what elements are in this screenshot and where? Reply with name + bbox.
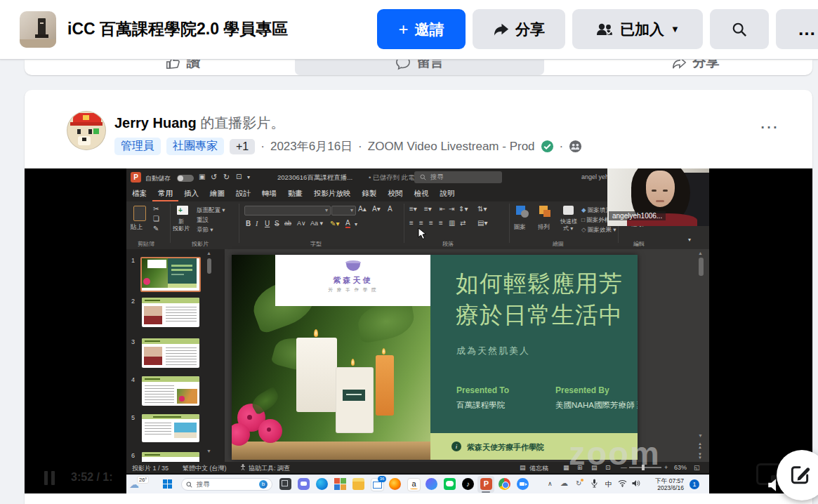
arrange-label[interactable]: 排列 (538, 223, 550, 232)
author-avatar[interactable] (67, 111, 106, 150)
badge-more[interactable]: +1 (230, 139, 255, 154)
current-slide[interactable]: 紫森天使 芳 療 手 作 學 院 如何輕鬆應用芳療於日常生活中 成為天然肌美人 … (232, 255, 638, 460)
tab-home[interactable]: 常用 (152, 187, 178, 201)
notes-toggle[interactable]: 備忘稿 (529, 464, 548, 473)
tab-draw[interactable]: 繪圖 (204, 187, 230, 201)
font-color-chevron[interactable]: ▾ (355, 221, 357, 227)
undo-icon[interactable]: ↺ (211, 173, 217, 182)
paste-icon[interactable] (133, 206, 146, 221)
post-options-button[interactable]: … (759, 111, 780, 133)
account-user-name[interactable]: angel yeh (581, 173, 609, 180)
invite-button[interactable]: + 邀請 (377, 9, 466, 49)
shape-effects-button[interactable]: ◇ 圖案效果 ▾ (581, 226, 616, 234)
quick-styles-label-2[interactable]: 式 ▾ (563, 225, 573, 232)
video-player[interactable]: P 自動儲存 ▣ ↺ ↻ ⊡ ▾ 20230616百萬課程直播... • 已儲存… (25, 168, 812, 493)
next-slide-button[interactable]: ▼▼ (698, 453, 702, 460)
vertical-scrollbar[interactable] (699, 258, 704, 276)
language-status[interactable]: 繁體中文 (台灣) (183, 464, 227, 473)
accessibility-status[interactable]: 協助工具: 調查 (249, 464, 290, 473)
taskbar-app-tiktok[interactable]: ♪ (462, 478, 474, 490)
tab-insert[interactable]: 插入 (178, 187, 204, 201)
tab-file[interactable]: 檔案 (126, 187, 152, 201)
notes-icon[interactable]: ▤ (520, 464, 526, 471)
save-icon[interactable]: ▣ (199, 173, 205, 180)
shapes-icon[interactable] (516, 206, 525, 215)
reset-button[interactable]: 重設 (197, 216, 209, 225)
paste-label[interactable]: 貼上 (131, 223, 143, 232)
autosave-toggle[interactable] (177, 175, 194, 182)
tray-expand-icon[interactable]: ∧ (548, 480, 553, 487)
search-button[interactable] (710, 9, 769, 49)
grow-font-icon[interactable]: A▴ (358, 205, 367, 213)
strikethrough-button[interactable]: S (275, 220, 279, 227)
tab-animations[interactable]: 動畫 (282, 187, 308, 201)
scroll-down-arrow[interactable]: ▼ (698, 433, 703, 438)
clear-format-icon[interactable]: A (388, 205, 392, 213)
tab-design[interactable]: 設計 (230, 187, 256, 201)
format-painter-icon[interactable]: ✎ (153, 225, 159, 232)
taskbar-app-amazon[interactable]: a (407, 478, 421, 491)
align-right-icon[interactable]: ≡ (429, 219, 433, 227)
slide-thumbnail-6[interactable] (142, 452, 199, 462)
convert-smartart-icon[interactable]: ▤▾ (477, 219, 487, 227)
change-case-icon[interactable]: Aa ▾ (310, 220, 323, 227)
author-name[interactable]: Jerry Huang (114, 115, 197, 131)
prev-share-button[interactable]: 分享 (646, 60, 744, 75)
qat-chevron-icon[interactable]: ▾ (247, 174, 250, 180)
share-button[interactable]: 分享 (473, 9, 565, 49)
more-button[interactable]: … (776, 9, 818, 49)
ppt-search-box[interactable]: 搜尋 (414, 171, 502, 183)
onedrive-cloud-icon[interactable]: ☁ (560, 479, 568, 488)
taskbar-app-zoom[interactable] (517, 478, 529, 490)
tab-record[interactable]: 錄製 (357, 187, 383, 201)
bold-button[interactable]: B (246, 220, 251, 227)
layout-button[interactable]: 版面配置 ▾ (197, 206, 225, 215)
redo-icon[interactable]: ↻ (223, 173, 230, 182)
highlight-color-icon[interactable]: ✎▾ (330, 220, 339, 227)
tab-help[interactable]: 說明 (435, 187, 461, 201)
character-spacing-icon[interactable]: A∨ (297, 220, 306, 227)
zoom-perc[interactable]: 63% (674, 464, 687, 471)
numbering-icon[interactable]: ≡▾ (424, 205, 432, 213)
decrease-indent-icon[interactable]: ⇤ (440, 205, 445, 213)
previous-slide-button[interactable]: ▲▲ (698, 442, 702, 449)
post-date[interactable]: 2023年6月16日 (270, 138, 352, 154)
font-size-dropdown[interactable]: ▾ (331, 206, 356, 215)
pause-button[interactable] (44, 471, 48, 485)
fit-slide-icon[interactable]: ◱ (694, 464, 700, 471)
slide-thumbnail-5[interactable] (142, 414, 199, 442)
group-avatar[interactable] (20, 11, 56, 48)
prev-like-button[interactable]: 讚 (133, 60, 232, 75)
taskbar-app-powerpoint-active[interactable]: P (477, 476, 494, 493)
bullets-icon[interactable]: ≡▾ (409, 205, 417, 213)
taskbar-app-dark[interactable] (279, 478, 291, 490)
tab-transitions[interactable]: 轉場 (256, 187, 282, 201)
wifi-icon[interactable] (618, 479, 627, 487)
taskbar-app-firefox[interactable] (389, 478, 401, 490)
taskbar-search-box[interactable]: 搜尋 b (181, 478, 272, 491)
taskbar-app-mail[interactable]: 36 (371, 478, 384, 491)
taskbar-app-store[interactable] (334, 478, 346, 490)
text-direction-icon[interactable]: ⇄ (460, 219, 466, 227)
new-slide-icon[interactable]: + (177, 206, 188, 215)
slide-thumbnail-4[interactable] (142, 376, 199, 406)
shrink-font-icon[interactable]: A▾ (372, 205, 381, 213)
tab-review[interactable]: 校閱 (383, 187, 409, 201)
shapes-label[interactable]: 圖案 (514, 223, 526, 232)
windows-start-button[interactable] (163, 479, 173, 489)
zoom-in-button[interactable]: + (664, 464, 668, 471)
pause-button-bar[interactable] (51, 471, 55, 485)
bing-icon[interactable]: b (259, 480, 268, 489)
slide-thumbnail-1-selected[interactable] (140, 257, 201, 292)
present-display-icon[interactable]: ⊡ (236, 173, 242, 180)
underline-button[interactable]: U (265, 220, 270, 227)
section-button[interactable]: 章節 ▾ (197, 226, 213, 234)
cut-icon[interactable]: ✂ (153, 205, 159, 213)
taskbar-app-edge[interactable] (316, 478, 328, 490)
speaker-icon[interactable] (632, 479, 640, 487)
new-slide-label-2[interactable]: 投影片 (173, 225, 190, 232)
line-spacing-icon[interactable]: ⇕▾ (459, 205, 468, 213)
tray-clock[interactable]: 下午 07:57 2023/6/16 (643, 477, 684, 491)
taskbar-app-line[interactable] (444, 478, 456, 490)
tab-slideshow[interactable]: 投影片放映 (308, 187, 357, 201)
